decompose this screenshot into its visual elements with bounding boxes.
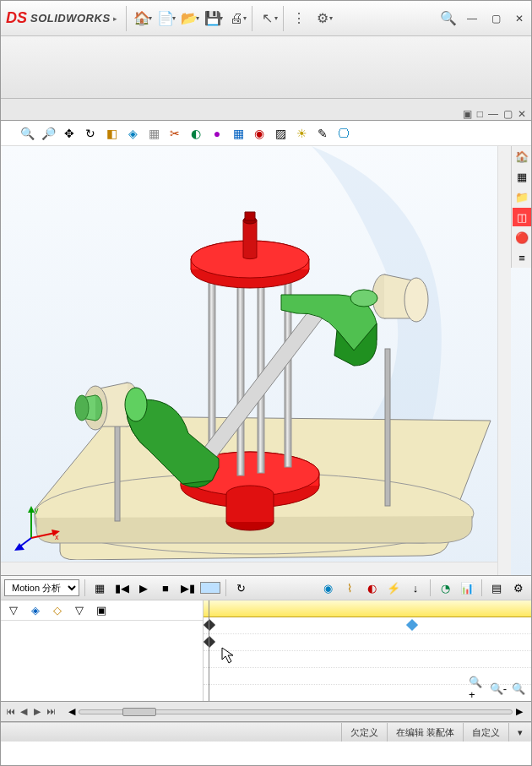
dropdown-icon[interactable]: ▾ — [274, 14, 278, 22]
sp-color-icon[interactable]: 🔴 — [513, 228, 531, 247]
logo-dropdown-icon: ▸ — [113, 14, 117, 23]
zoom-fit-icon[interactable]: 🔍 — [18, 124, 36, 143]
tab-close-icon[interactable]: ✕ — [518, 108, 526, 120]
camera-icon[interactable]: ▦ — [229, 124, 247, 143]
svg-text:y: y — [35, 506, 39, 514]
contact-icon[interactable]: ◐ — [362, 579, 381, 597]
triad-icon: y x — [14, 504, 65, 555]
status-editing: 在编辑 装配体 — [387, 723, 463, 742]
zoom-out-icon[interactable]: 🔍- — [489, 679, 508, 698]
dropdown-icon[interactable]: ▾ — [329, 14, 333, 22]
light-icon[interactable]: ☀ — [292, 124, 311, 143]
texture-icon[interactable]: ▨ — [271, 124, 290, 143]
viewport-3d[interactable]: y x 🏠 ▦ 📁 ◫ 🔴 ≡ — [1, 146, 531, 575]
calculate-icon[interactable]: ▦ — [90, 579, 109, 597]
sp-layers-icon[interactable]: ▦ — [513, 167, 531, 186]
zoom-fit-icon[interactable]: 🔍 — [509, 679, 528, 698]
sp-folder-icon[interactable]: 📁 — [513, 187, 531, 206]
speed-input[interactable] — [200, 582, 220, 594]
timeline-ruler[interactable] — [204, 600, 531, 617]
separator — [126, 6, 127, 31]
scrollbar-horizontal[interactable] — [1, 562, 497, 575]
tab-help-icon[interactable]: □ — [477, 108, 483, 120]
tab-next-icon[interactable]: ▶ — [31, 706, 43, 717]
display-style-icon[interactable]: ▦ — [144, 124, 163, 143]
search-button[interactable]: 🔍 — [437, 7, 460, 30]
timeline-scroll[interactable]: ◀ ▶ — [60, 706, 531, 717]
zoom-area-icon[interactable]: 🔎 — [39, 124, 57, 143]
dropdown-icon[interactable]: ▾ — [172, 14, 176, 22]
svg-rect-2 — [385, 349, 390, 506]
view-toolbar: 🔍 🔎 ✥ ↻ ◧ ◈ ▦ ✂ ◐ ● ▦ ◉ ▨ ☀ ✎ 🖵 — [1, 121, 531, 146]
dropdown-icon[interactable]: ▾ — [149, 14, 152, 22]
gravity-icon[interactable]: ↓ — [406, 579, 425, 597]
close-button[interactable]: ✕ — [508, 10, 531, 27]
play-end-icon[interactable]: ▶▮ — [178, 579, 197, 597]
scrollbar-vertical[interactable] — [497, 146, 511, 575]
svg-point-6 — [75, 395, 89, 421]
loop-icon[interactable]: ↻ — [231, 579, 250, 597]
model-3d — [1, 146, 499, 560]
sp-pin-icon[interactable]: ≡ — [513, 248, 531, 267]
tab-nav: ⏮ ◀ ▶ ⏭ — [1, 706, 60, 717]
tab-max-icon[interactable]: ▢ — [503, 108, 513, 120]
zoom-in-icon[interactable]: 🔍+ — [469, 679, 487, 698]
tab-expand-icon[interactable]: ▣ — [463, 108, 472, 120]
minimize-button[interactable]: — — [460, 10, 484, 27]
svg-line-24 — [31, 533, 55, 538]
filter4-icon[interactable]: ▽ — [70, 601, 89, 620]
motion-mode-select[interactable]: Motion 分析 — [4, 579, 79, 596]
scroll-thumb[interactable] — [122, 708, 156, 716]
filter-icon[interactable]: ▽ — [4, 601, 23, 620]
svg-marker-23 — [28, 506, 35, 513]
dropdown-icon[interactable]: ▾ — [243, 14, 247, 22]
settings-icon[interactable]: ▤ — [487, 579, 506, 597]
filter2-icon[interactable]: ◈ — [26, 601, 45, 620]
appearance-icon[interactable]: ● — [208, 124, 226, 143]
dropdown-icon[interactable]: ▾ — [196, 14, 199, 22]
result-icon[interactable]: ◔ — [436, 579, 454, 597]
tab-prev-icon[interactable]: ◀ — [18, 706, 30, 717]
tab-min-icon[interactable]: — — [488, 108, 498, 120]
dropdown-icon[interactable]: ▾ — [220, 14, 223, 22]
render-icon[interactable]: ◉ — [250, 124, 269, 143]
scene-icon[interactable]: ◐ — [187, 124, 205, 143]
force-icon[interactable]: ⚡ — [384, 579, 403, 597]
options-icon[interactable]: ⚙ — [509, 579, 528, 597]
svg-point-17 — [125, 388, 147, 421]
edit-scene-icon[interactable]: ✎ — [313, 124, 332, 143]
play-start-icon[interactable]: ▮◀ — [112, 579, 131, 597]
section-icon[interactable]: ◧ — [102, 124, 121, 143]
view-orient-icon[interactable]: ◈ — [123, 124, 142, 143]
spring-icon[interactable]: ⌇ — [340, 579, 359, 597]
stop-icon[interactable]: ■ — [156, 579, 175, 597]
app-logo[interactable]: DS SOLIDWORKS ▸ — [1, 9, 122, 27]
tab-first-icon[interactable]: ⏮ — [4, 706, 16, 717]
filter5-icon[interactable]: ▣ — [92, 601, 111, 620]
status-custom[interactable]: 自定义 — [463, 723, 508, 742]
plot-icon[interactable]: 📊 — [458, 579, 476, 597]
svg-text:x: x — [55, 533, 59, 541]
settings-button[interactable]: ⋮ — [287, 7, 311, 30]
logo-ds-icon: DS — [6, 9, 27, 27]
app-name: SOLIDWORKS — [30, 12, 111, 24]
status-dropdown-icon[interactable]: ▾ — [508, 723, 531, 742]
svg-point-18 — [350, 290, 377, 307]
sp-appearance-icon[interactable]: ◫ — [513, 208, 531, 226]
filter3-icon[interactable]: ◇ — [48, 601, 67, 620]
time-cursor[interactable] — [209, 600, 209, 701]
motor-icon[interactable]: ◉ — [318, 579, 337, 597]
sp-home-icon[interactable]: 🏠 — [513, 147, 531, 166]
hide-show-icon[interactable]: ✂ — [166, 124, 184, 143]
svg-rect-15 — [258, 260, 264, 473]
timeline[interactable]: 🔍+ 🔍- 🔍 — [204, 600, 531, 701]
side-panel: 🏠 ▦ 📁 ◫ 🔴 ≡ — [511, 146, 531, 268]
rotate-icon[interactable]: ↻ — [81, 124, 100, 143]
separator — [283, 6, 284, 31]
pan-icon[interactable]: ✥ — [60, 124, 79, 143]
tab-last-icon[interactable]: ⏭ — [45, 706, 57, 717]
cursor-icon — [220, 646, 237, 666]
screen-icon[interactable]: 🖵 — [334, 124, 353, 143]
play-icon[interactable]: ▶ — [134, 579, 153, 597]
maximize-button[interactable]: ▢ — [484, 10, 508, 27]
